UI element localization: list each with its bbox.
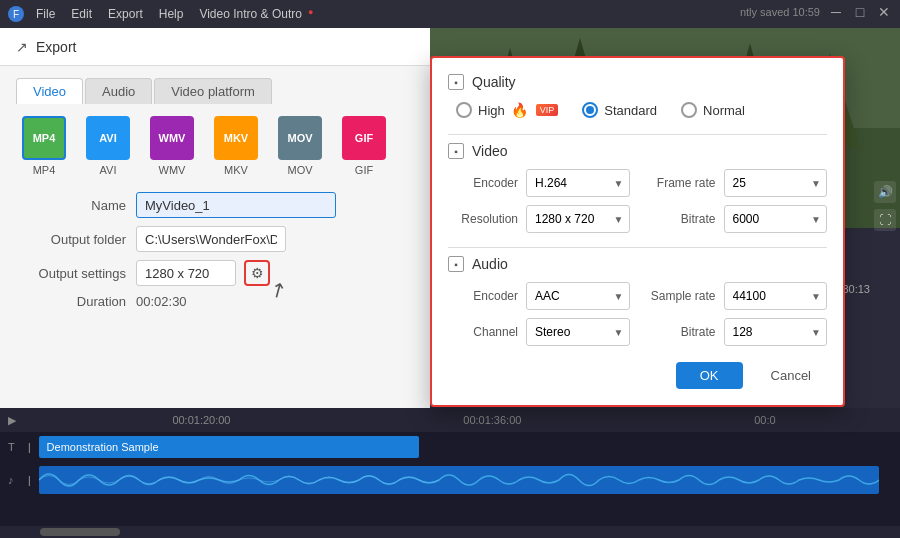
video-section: ▪ Video Encoder H.264 ▼ Frame rate [448, 143, 827, 233]
gif-label: GIF [355, 164, 373, 176]
video-bitrate-select[interactable]: 6000 [724, 205, 828, 233]
output-settings-row: Output settings ⚙ ↗ [16, 260, 414, 286]
cancel-button[interactable]: Cancel [755, 362, 827, 389]
text-track-bar[interactable]: Demonstration Sample [39, 436, 419, 458]
audio-section-title: Audio [472, 256, 508, 272]
mp4-label: MP4 [33, 164, 56, 176]
encoder-select[interactable]: H.264 [526, 169, 630, 197]
volume-button[interactable]: 🔊 [874, 181, 896, 203]
settings-gear-button[interactable]: ⚙ ↗ [244, 260, 270, 286]
output-folder-input[interactable] [136, 226, 286, 252]
samplerate-select[interactable]: 44100 [724, 282, 828, 310]
mkv-label: MKV [224, 164, 248, 176]
format-mov[interactable]: MOV MOV [272, 116, 328, 176]
maximize-button[interactable]: □ [852, 4, 868, 20]
framerate-row: Frame rate 25 ▼ [646, 169, 828, 197]
format-avi[interactable]: AVI AVI [80, 116, 136, 176]
channel-select[interactable]: Stereo [526, 318, 630, 346]
track-icons-row: T | Demonstration Sample [8, 436, 892, 458]
quality-high-label: High [478, 103, 505, 118]
quality-standard[interactable]: Standard [582, 102, 657, 118]
window-controls: ─ □ ✕ [828, 4, 892, 20]
menu-file[interactable]: File [36, 7, 55, 21]
mp4-icon: MP4 [22, 116, 66, 160]
track-icon-text: T [8, 441, 24, 453]
resolution-select-wrapper: 1280 x 720 ▼ [526, 205, 630, 233]
time-mark-2: 00:01:36:00 [463, 414, 521, 426]
output-folder-label: Output folder [16, 232, 126, 247]
menu-video-intro[interactable]: Video Intro & Outro [199, 7, 302, 21]
time-mark-1: 00:01:20:00 [172, 414, 230, 426]
framerate-select[interactable]: 25 [724, 169, 828, 197]
minimize-button[interactable]: ─ [828, 4, 844, 20]
titlebar: F File Edit Export Help Video Intro & Ou… [0, 0, 900, 28]
format-tabs: Video Audio Video platform [16, 78, 414, 104]
resolution-select[interactable]: 1280 x 720 [526, 205, 630, 233]
dialog-checkbox[interactable]: ▪ [448, 74, 464, 90]
dialog-title: Quality [472, 74, 516, 90]
timeline-label: ▶ [8, 414, 48, 427]
audio-settings-grid: Encoder AAC ▼ Sample rate 44100 ▼ [448, 282, 827, 346]
close-button[interactable]: ✕ [876, 4, 892, 20]
track-icon-audio: ♪ [8, 474, 24, 486]
audio-encoder-row: Encoder AAC ▼ [448, 282, 630, 310]
audio-bitrate-select-wrapper: 128 ▼ [724, 318, 828, 346]
audio-encoder-label: Encoder [448, 289, 518, 303]
audio-encoder-select[interactable]: AAC [526, 282, 630, 310]
audio-bitrate-select[interactable]: 128 [724, 318, 828, 346]
duration-value: 00:02:30 [136, 294, 187, 309]
timeline-times: 00:01:20:00 00:01:36:00 00:0 [56, 414, 892, 426]
video-checkbox[interactable]: ▪ [448, 143, 464, 159]
quality-dialog: ▪ Quality High 🔥 VIP Standard [430, 56, 845, 407]
name-label: Name [16, 198, 126, 213]
duration-row: Duration 00:02:30 [16, 294, 414, 309]
name-input[interactable] [136, 192, 336, 218]
duration-label: Duration [16, 294, 126, 309]
avi-label: AVI [100, 164, 117, 176]
menu-edit[interactable]: Edit [71, 7, 92, 21]
resolution-label: Resolution [448, 212, 518, 226]
video-section-title: Video [472, 143, 508, 159]
mov-label: MOV [287, 164, 312, 176]
audio-track-bar[interactable] [39, 466, 879, 494]
video-bitrate-row: Bitrate 6000 ▼ [646, 205, 828, 233]
radio-standard-inner [586, 106, 594, 114]
samplerate-select-wrapper: 44100 ▼ [724, 282, 828, 310]
vip-indicator: ● [308, 7, 313, 21]
output-settings-input[interactable] [136, 260, 236, 286]
format-gif[interactable]: GIF GIF [336, 116, 392, 176]
saved-status: ntly saved 10:59 [740, 6, 820, 18]
radio-high[interactable] [456, 102, 472, 118]
radio-standard[interactable] [582, 102, 598, 118]
quality-normal[interactable]: Normal [681, 102, 745, 118]
tab-video-platform[interactable]: Video platform [154, 78, 272, 104]
name-row: Name [16, 192, 414, 218]
gear-icon: ⚙ [251, 265, 264, 281]
video-bitrate-label: Bitrate [646, 212, 716, 226]
dialog-header: ▪ Quality [448, 74, 827, 90]
quality-high[interactable]: High 🔥 VIP [456, 102, 558, 118]
format-wmv[interactable]: WMV WMV [144, 116, 200, 176]
resolution-row: Resolution 1280 x 720 ▼ [448, 205, 630, 233]
export-bar: ↗ Export [0, 28, 430, 66]
track-separator: | [28, 475, 31, 486]
output-folder-row: Output folder [16, 226, 414, 252]
radio-normal[interactable] [681, 102, 697, 118]
timeline-header: ▶ 00:01:20:00 00:01:36:00 00:0 [0, 408, 900, 432]
menu-help[interactable]: Help [159, 7, 184, 21]
format-mkv[interactable]: MKV MKV [208, 116, 264, 176]
tab-audio[interactable]: Audio [85, 78, 152, 104]
video-section-header: ▪ Video [448, 143, 827, 159]
audio-checkbox[interactable]: ▪ [448, 256, 464, 272]
tab-video[interactable]: Video [16, 78, 83, 104]
menu-export[interactable]: Export [108, 7, 143, 21]
ok-button[interactable]: OK [676, 362, 743, 389]
audio-section-header: ▪ Audio [448, 256, 827, 272]
dialog-buttons: OK Cancel [448, 362, 827, 389]
divider-2 [448, 247, 827, 248]
timeline-scrollbar[interactable] [0, 526, 900, 538]
fullscreen-button[interactable]: ⛶ [874, 209, 896, 231]
scrollbar-thumb[interactable] [40, 528, 120, 536]
format-mp4[interactable]: MP4 MP4 [16, 116, 72, 176]
quality-normal-label: Normal [703, 103, 745, 118]
